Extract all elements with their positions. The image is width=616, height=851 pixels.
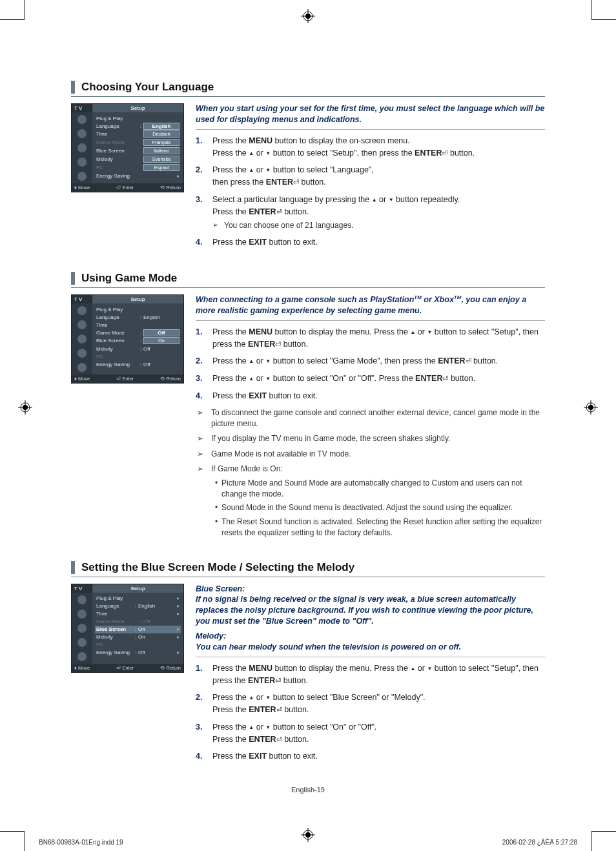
- triangle-down-icon: [389, 195, 394, 204]
- step-item: Press the EXIT button to exit.: [196, 236, 545, 249]
- osd-row-label: Blue Screen: [96, 338, 138, 343]
- section-divider: [71, 287, 545, 288]
- step-item: Press the EXIT button to exit.: [196, 390, 545, 402]
- page-number: English-19: [71, 786, 545, 794]
- step-item: Press the or button to select "Blue Scre…: [196, 692, 545, 716]
- osd-row-value: English: [143, 123, 180, 130]
- osd-row-label: Language: [96, 123, 138, 129]
- osd-row-label: Plug & Play: [96, 116, 180, 121]
- triangle-up-icon: [249, 693, 254, 702]
- osd-icon-column: [72, 593, 92, 664]
- sub-bullet: Picture Mode and Sound Mode are automati…: [215, 478, 545, 500]
- osd-row-value: On: [143, 337, 180, 344]
- crop-mark: [591, 0, 591, 19]
- osd-row-label: Game Mode: [96, 330, 138, 336]
- note-item: If Game Mode is On: Picture Mode and Sou…: [196, 464, 545, 538]
- section-title: Choosing Your Language: [71, 81, 545, 94]
- osd-lang-option: Espaol: [143, 164, 180, 171]
- osd-row-label: Game Mode: [96, 139, 138, 145]
- enter-icon: ⏎: [276, 706, 282, 713]
- osd-foot-move: ♦ Move: [74, 376, 90, 382]
- section-divider: [71, 577, 545, 577]
- crop-mark: [591, 831, 616, 832]
- footer-filename: BN68-00983A-01Eng.indd 19: [39, 839, 123, 846]
- osd-row-label: Plug & Play: [96, 595, 174, 601]
- osd-foot-return: ⟲ Return: [160, 185, 181, 190]
- osd-lang-option: Svenska: [143, 156, 180, 163]
- note-list: To disconnect the game console and conne…: [196, 407, 545, 539]
- osd-row-value: Off: [143, 362, 180, 367]
- triangle-up-icon: [249, 723, 254, 732]
- osd-screenshot-language: T V Setup Plug & Play Language:English T…: [71, 103, 184, 192]
- step-item: Select a particular language by pressing…: [196, 194, 545, 232]
- osd-icon-column: [72, 112, 92, 183]
- step-item: Press the or button to select "Game Mode…: [196, 355, 545, 367]
- footer-timestamp: 2006-02-28 ¿ÀÈÄ 5:27:28: [502, 839, 577, 846]
- osd-row-label: Blue Screen: [96, 148, 138, 154]
- registration-mark-icon: [18, 400, 32, 415]
- section-title: Using Game Mode: [71, 272, 545, 285]
- registration-mark-icon: [301, 9, 315, 23]
- triangle-down-icon: [265, 723, 271, 732]
- triangle-up-icon: [249, 165, 254, 174]
- osd-row-label: Language: [96, 314, 138, 320]
- osd-row-label: PC: [96, 165, 138, 170]
- osd-screenshot-bluescreen: T V Setup Plug & Play▸ Language:English▸…: [71, 584, 184, 673]
- osd-icon-column: [72, 303, 92, 374]
- osd-screenshot-gamemode: T V Setup Plug & Play Language:English T…: [71, 294, 184, 384]
- triangle-up-icon: [249, 149, 254, 158]
- osd-row-label: Blue Screen: [96, 626, 133, 632]
- osd-row-value: English: [143, 314, 180, 320]
- crop-mark: [591, 19, 616, 20]
- step-item: Press the or button to select "Language"…: [196, 164, 545, 189]
- section-game-mode: Using Game Mode T V Setup Plug & Play: [71, 272, 545, 543]
- triangle-down-icon: [265, 374, 271, 383]
- step-item: Press the MENU button to display the men…: [196, 662, 545, 687]
- osd-foot-enter: ⏎ Enter: [116, 185, 134, 190]
- osd-lang-option: Français: [143, 139, 180, 146]
- osd-row-value: On: [138, 626, 174, 632]
- osd-row-label: Melody: [96, 156, 138, 162]
- osd-tv-label: T V: [72, 104, 92, 112]
- osd-row-label: Time: [96, 131, 138, 137]
- osd-row-value: On: [138, 634, 174, 640]
- crop-mark: [25, 832, 25, 851]
- page-content: Choosing Your Language T V Setup Plug & …: [39, 16, 577, 819]
- osd-row-label: Energy Saving: [96, 173, 174, 179]
- osd-row-value: English: [138, 603, 174, 609]
- crop-mark: [0, 19, 25, 20]
- note-item: To disconnect the game console and conne…: [196, 407, 545, 430]
- enter-icon: ⏎: [466, 357, 471, 365]
- osd-row-label: Plug & Play: [96, 307, 180, 313]
- osd-row-value: Off: [143, 329, 180, 336]
- triangle-up-icon: [249, 356, 254, 365]
- section-choosing-language: Choosing Your Language T V Setup Plug & …: [71, 81, 545, 254]
- osd-foot-move: ♦ Move: [74, 185, 90, 190]
- step-note: You can choose one of 21 languages.: [212, 220, 545, 231]
- note-item: Game Mode is not available in TV mode.: [196, 449, 545, 460]
- osd-row-label: Language: [96, 603, 133, 609]
- osd-row-value: Off: [143, 346, 180, 352]
- blue-screen-intro: If no signal is being received or the si…: [196, 594, 545, 627]
- manual-page: Choosing Your Language T V Setup Plug & …: [0, 0, 616, 851]
- enter-icon: ⏎: [275, 340, 281, 348]
- crop-mark: [0, 831, 25, 832]
- crop-mark: [25, 0, 25, 19]
- osd-title: Setup: [92, 104, 183, 112]
- triangle-up-icon: [372, 195, 377, 204]
- osd-row-label: Time: [96, 322, 180, 328]
- triangle-up-icon: [249, 374, 254, 383]
- osd-row-label: Energy Saving: [96, 650, 133, 655]
- enter-icon: ⏎: [293, 178, 299, 186]
- osd-lang-option: Italiano: [143, 147, 180, 154]
- osd-row-label: Melody: [96, 346, 138, 352]
- osd-tv-label: T V: [72, 584, 92, 593]
- osd-row-value: Off: [138, 650, 174, 655]
- sub-bullet: The Reset Sound function is activated. S…: [215, 517, 545, 539]
- step-item: Press the MENU button to display the men…: [196, 326, 545, 351]
- section-title: Setting the Blue Screen Mode / Selecting…: [71, 561, 545, 574]
- intro-group: Blue Screen: If no signal is being recei…: [196, 584, 545, 657]
- osd-foot-move: ♦ Move: [74, 665, 90, 671]
- section-intro: When you start using your set for the fi…: [196, 103, 545, 130]
- note-item: If you display the TV menu in Game mode,…: [196, 433, 545, 444]
